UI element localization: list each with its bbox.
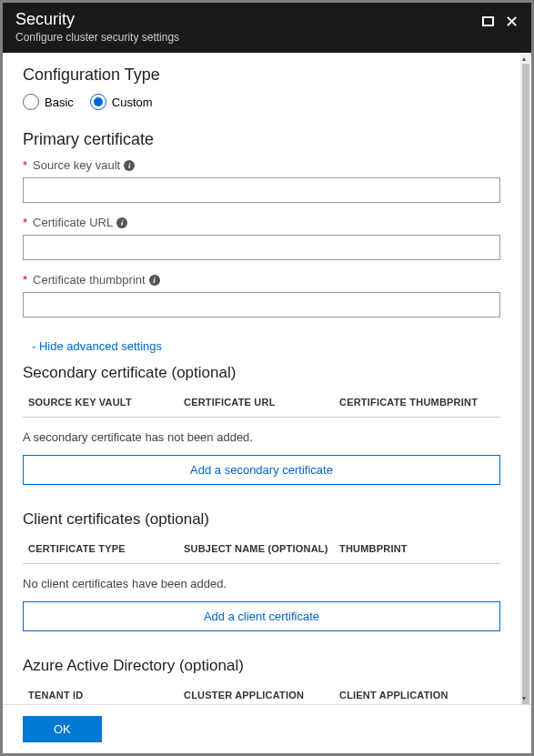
- security-blade: Security Configure cluster security sett…: [3, 3, 531, 753]
- label-text: Source key vault: [33, 158, 120, 172]
- aad-heading: Azure Active Directory (optional): [23, 657, 500, 675]
- scroll-up-arrow-icon[interactable]: ▴: [522, 55, 526, 63]
- col-cert-url: CERTIFICATE URL: [184, 397, 339, 408]
- radio-custom[interactable]: Custom: [90, 94, 153, 110]
- col-cert-thumbprint: CERTIFICATE THUMBPRINT: [339, 397, 495, 408]
- cert-thumbprint-input[interactable]: [23, 292, 500, 318]
- required-marker: *: [23, 216, 27, 229]
- radio-basic-label: Basic: [45, 96, 74, 109]
- required-marker: *: [23, 158, 27, 172]
- required-marker: *: [23, 273, 27, 287]
- close-icon[interactable]: ✕: [505, 16, 519, 27]
- client-certs-empty: No client certificates have been added.: [23, 564, 500, 601]
- source-key-vault-label: * Source key vault i: [23, 158, 500, 172]
- info-icon[interactable]: i: [116, 217, 127, 228]
- info-icon[interactable]: i: [149, 275, 160, 286]
- scroll-content: Configuration Type Basic Custom Primary …: [3, 53, 520, 704]
- col-source-key-vault: SOURCE KEY VAULT: [28, 397, 184, 408]
- info-icon[interactable]: i: [124, 160, 135, 171]
- ok-button[interactable]: OK: [23, 716, 102, 742]
- radio-custom-label: Custom: [112, 96, 153, 109]
- titlebar-controls: ✕: [482, 10, 519, 30]
- secondary-cert-heading: Secondary certificate (optional): [23, 364, 500, 382]
- titlebar-text: Security Configure cluster security sett…: [15, 10, 179, 44]
- col-cert-type: CERTIFICATE TYPE: [28, 543, 184, 554]
- add-client-cert-button[interactable]: Add a client certificate: [23, 601, 500, 631]
- secondary-cert-empty: A secondary certificate has not been add…: [23, 418, 500, 455]
- client-certs-heading: Client certificates (optional): [23, 510, 500, 529]
- secondary-cert-table-header: SOURCE KEY VAULT CERTIFICATE URL CERTIFI…: [23, 388, 500, 418]
- cert-url-label: * Certificate URL i: [23, 216, 500, 229]
- col-client-app: CLIENT APPLICATION: [339, 690, 495, 701]
- col-thumbprint: THUMBPRINT: [339, 543, 495, 554]
- blade-subtitle: Configure cluster security settings: [15, 31, 179, 44]
- footer: OK: [3, 704, 531, 753]
- radio-circle-icon: [23, 94, 39, 110]
- content-area: Configuration Type Basic Custom Primary …: [3, 53, 531, 704]
- add-secondary-cert-button[interactable]: Add a secondary certificate: [23, 455, 500, 485]
- cert-url-input[interactable]: [23, 235, 500, 260]
- source-key-vault-field: * Source key vault i: [23, 158, 500, 203]
- primary-cert-heading: Primary certificate: [23, 130, 500, 149]
- radio-basic[interactable]: Basic: [23, 94, 74, 110]
- config-type-heading: Configuration Type: [23, 66, 500, 85]
- radio-circle-selected-icon: [90, 94, 106, 110]
- config-type-radio-group: Basic Custom: [23, 94, 500, 110]
- source-key-vault-input[interactable]: [23, 177, 500, 203]
- restore-icon[interactable]: [482, 14, 494, 30]
- vertical-scrollbar[interactable]: ▴ ▾: [520, 53, 531, 704]
- aad-table-header: TENANT ID CLUSTER APPLICATION CLIENT APP…: [23, 680, 500, 704]
- label-text: Certificate URL: [33, 216, 113, 229]
- client-certs-table-header: CERTIFICATE TYPE SUBJECT NAME (OPTIONAL)…: [23, 534, 500, 564]
- cert-thumbprint-field: * Certificate thumbprint i: [23, 273, 500, 318]
- blade-title: Security: [15, 10, 179, 29]
- scrollbar-thumb[interactable]: [522, 64, 529, 704]
- col-tenant-id: TENANT ID: [28, 690, 184, 701]
- titlebar: Security Configure cluster security sett…: [3, 3, 531, 53]
- cert-thumbprint-label: * Certificate thumbprint i: [23, 273, 500, 287]
- hide-advanced-link[interactable]: - Hide advanced settings: [32, 339, 162, 353]
- col-cluster-app: CLUSTER APPLICATION: [184, 690, 339, 701]
- col-subject-name: SUBJECT NAME (OPTIONAL): [184, 543, 339, 554]
- scroll-down-arrow-icon[interactable]: ▾: [522, 694, 526, 702]
- label-text: Certificate thumbprint: [33, 273, 146, 287]
- cert-url-field: * Certificate URL i: [23, 216, 500, 260]
